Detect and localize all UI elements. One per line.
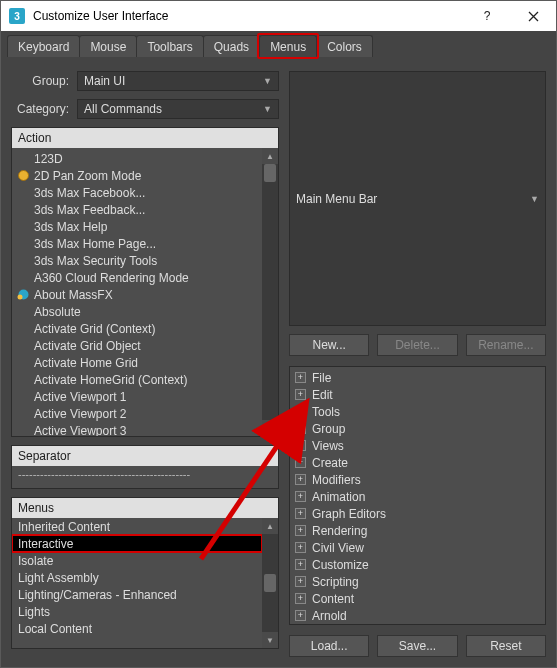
tree-item[interactable]: +File — [292, 369, 543, 386]
expand-icon[interactable]: + — [295, 474, 306, 485]
scroll-down-icon[interactable]: ▼ — [262, 632, 278, 648]
action-list[interactable]: 123D2D Pan Zoom Mode3ds Max Facebook...3… — [12, 148, 262, 436]
tree-item[interactable]: +Rendering — [292, 522, 543, 539]
menus-header: Menus — [12, 498, 278, 518]
scroll-up-icon[interactable]: ▲ — [262, 148, 278, 164]
action-label: Activate Grid (Context) — [34, 322, 155, 336]
menus-item[interactable]: Light Assembly — [12, 569, 262, 586]
action-label: Active Viewport 1 — [34, 390, 127, 404]
action-item[interactable]: Activate HomeGrid (Context) — [12, 371, 262, 388]
scroll-down-icon[interactable]: ▼ — [262, 420, 278, 436]
bottom-button-row: Load...Save...Reset — [289, 635, 546, 657]
action-item[interactable]: A360 Cloud Rendering Mode — [12, 269, 262, 286]
tab-keyboard[interactable]: Keyboard — [7, 35, 80, 57]
expand-icon[interactable]: + — [295, 610, 306, 621]
tab-menus[interactable]: Menus — [259, 35, 317, 57]
reset-button[interactable]: Reset — [466, 635, 546, 657]
load-button[interactable]: Load... — [289, 635, 369, 657]
menus-item[interactable]: Interactive — [12, 535, 262, 552]
action-item[interactable]: Activate Grid Object — [12, 337, 262, 354]
action-item[interactable]: Activate Grid (Context) — [12, 320, 262, 337]
category-select[interactable]: All Commands ▼ — [77, 99, 279, 119]
tree-item[interactable]: +Content — [292, 590, 543, 607]
expand-icon[interactable]: + — [295, 372, 306, 383]
action-label: 3ds Max Security Tools — [34, 254, 157, 268]
expand-icon[interactable]: + — [295, 559, 306, 570]
tree-label: Modifiers — [312, 473, 361, 487]
action-item[interactable]: Absolute — [12, 303, 262, 320]
menus-item[interactable]: Lights — [12, 603, 262, 620]
action-item[interactable]: Active Viewport 2 — [12, 405, 262, 422]
chevron-down-icon: ▼ — [530, 194, 539, 204]
menus-item[interactable]: Inherited Content — [12, 518, 262, 535]
expand-icon[interactable]: + — [295, 491, 306, 502]
action-item[interactable]: 3ds Max Feedback... — [12, 201, 262, 218]
scroll-up-icon[interactable]: ▲ — [262, 518, 278, 534]
tree-item[interactable]: +Graph Editors — [292, 505, 543, 522]
tab-toolbars[interactable]: Toolbars — [136, 35, 203, 57]
tree-label: Edit — [312, 388, 333, 402]
expand-icon[interactable]: + — [295, 406, 306, 417]
chevron-down-icon: ▼ — [263, 104, 272, 114]
action-item[interactable]: 3ds Max Home Page... — [12, 235, 262, 252]
menus-item[interactable]: Lighting/Cameras - Enhanced — [12, 586, 262, 603]
expand-icon[interactable]: + — [295, 593, 306, 604]
tree-item[interactable]: +Modifiers — [292, 471, 543, 488]
tree-item[interactable]: +Create — [292, 454, 543, 471]
expand-icon[interactable]: + — [295, 525, 306, 536]
action-item[interactable]: Active Viewport 3 — [12, 422, 262, 436]
menu-select[interactable]: Main Menu Bar ▼ — [289, 71, 546, 326]
menu-tree[interactable]: +File+Edit+Tools+Group+Views+Create+Modi… — [289, 366, 546, 625]
tree-item[interactable]: +Interactive — [292, 624, 543, 625]
action-scrollbar[interactable]: ▲ ▼ — [262, 148, 278, 436]
save-button[interactable]: Save... — [377, 635, 457, 657]
tree-item[interactable]: +Animation — [292, 488, 543, 505]
expand-icon[interactable]: + — [295, 423, 306, 434]
tree-item[interactable]: +Tools — [292, 403, 543, 420]
expand-icon[interactable]: + — [295, 457, 306, 468]
tree-item[interactable]: +Views — [292, 437, 543, 454]
action-label: Activate Grid Object — [34, 339, 141, 353]
menus-list[interactable]: Inherited ContentInteractiveIsolateLight… — [12, 518, 262, 648]
action-item[interactable]: Active Viewport 1 — [12, 388, 262, 405]
action-item[interactable]: 3ds Max Help — [12, 218, 262, 235]
top-button-row: New...Delete...Rename... — [289, 334, 546, 356]
expand-icon[interactable]: + — [295, 389, 306, 400]
tree-label: Customize — [312, 558, 369, 572]
action-item[interactable]: 3ds Max Security Tools — [12, 252, 262, 269]
group-select[interactable]: Main UI ▼ — [77, 71, 279, 91]
action-item[interactable]: 123D — [12, 150, 262, 167]
tab-colors[interactable]: Colors — [316, 35, 373, 57]
menus-item[interactable]: Isolate — [12, 552, 262, 569]
tree-item[interactable]: +Scripting — [292, 573, 543, 590]
tree-item[interactable]: +Arnold — [292, 607, 543, 624]
new-button[interactable]: New... — [289, 334, 369, 356]
help-button[interactable]: ? — [464, 1, 510, 31]
tree-item[interactable]: +Group — [292, 420, 543, 437]
action-item[interactable]: About MassFX — [12, 286, 262, 303]
tree-item[interactable]: +Edit — [292, 386, 543, 403]
expand-icon[interactable]: + — [295, 440, 306, 451]
tree-label: Group — [312, 422, 345, 436]
menus-item[interactable]: Local Content — [12, 620, 262, 637]
expand-icon[interactable]: + — [295, 576, 306, 587]
action-label: 3ds Max Facebook... — [34, 186, 145, 200]
expand-icon[interactable]: + — [295, 542, 306, 553]
tree-item[interactable]: +Customize — [292, 556, 543, 573]
action-label: Activate HomeGrid (Context) — [34, 373, 187, 387]
group-value: Main UI — [84, 74, 125, 88]
menus-scrollbar[interactable]: ▲ ▼ — [262, 518, 278, 648]
tree-label: Animation — [312, 490, 365, 504]
separator-item[interactable]: ----------------------------------------… — [12, 466, 278, 482]
close-button[interactable] — [510, 1, 556, 31]
action-item[interactable]: 2D Pan Zoom Mode — [12, 167, 262, 184]
action-item[interactable]: Activate Home Grid — [12, 354, 262, 371]
action-label: A360 Cloud Rendering Mode — [34, 271, 189, 285]
action-label: 3ds Max Help — [34, 220, 107, 234]
action-item[interactable]: 3ds Max Facebook... — [12, 184, 262, 201]
tab-quads[interactable]: Quads — [203, 35, 260, 57]
expand-icon[interactable]: + — [295, 508, 306, 519]
tree-item[interactable]: +Civil View — [292, 539, 543, 556]
tab-mouse[interactable]: Mouse — [79, 35, 137, 57]
tree-label: Arnold — [312, 609, 347, 623]
